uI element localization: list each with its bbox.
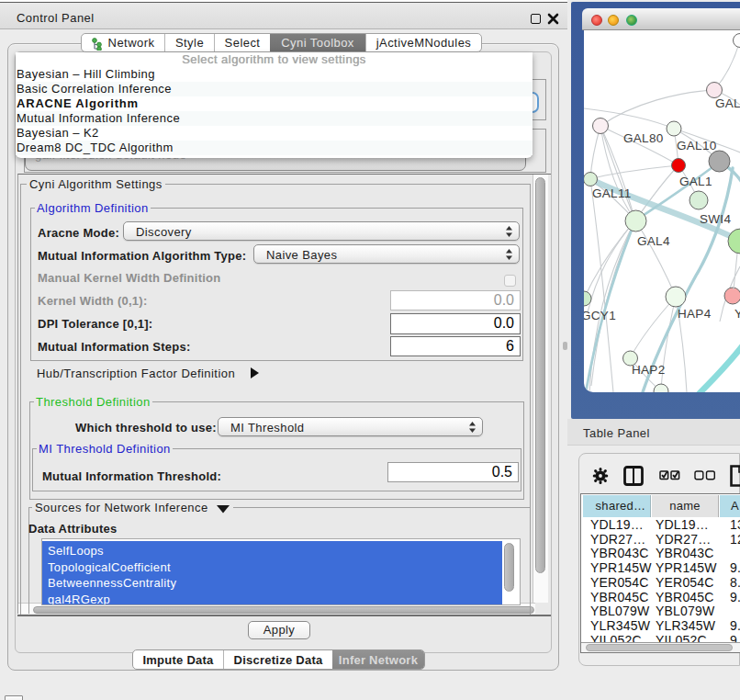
svg-text:GAL10: GAL10	[677, 139, 717, 152]
svg-text:GCY1: GCY1	[584, 309, 616, 322]
svg-text:GAL1: GAL1	[679, 175, 712, 188]
svg-text:GAL2: GAL2	[715, 96, 740, 110]
svg-text:HAP4: HAP4	[678, 307, 712, 321]
svg-text:SWI4: SWI4	[700, 212, 731, 226]
svg-text:Y: Y	[734, 307, 740, 321]
svg-text:HAP2: HAP2	[632, 363, 665, 377]
svg-text:GAL4: GAL4	[637, 234, 670, 248]
svg-text:GAL80: GAL80	[623, 131, 664, 145]
svg-text:GAL11: GAL11	[592, 186, 632, 200]
